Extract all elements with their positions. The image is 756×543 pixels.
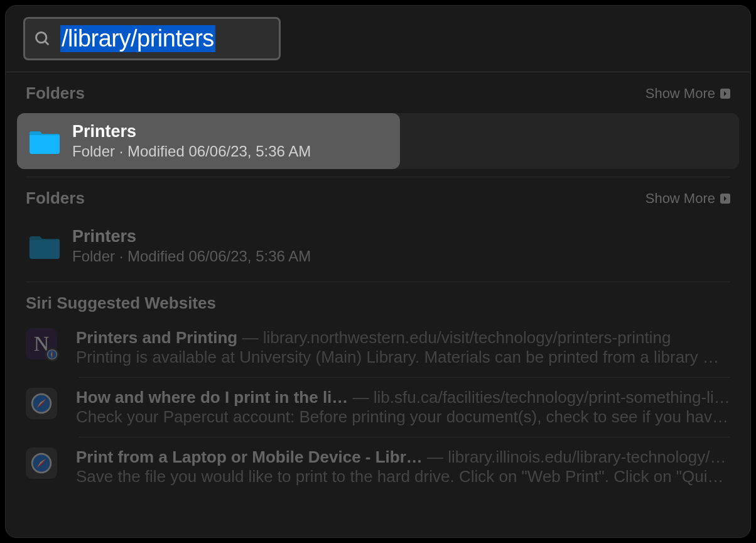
- result-text: Printers Folder · Modified 06/06/23, 5:3…: [72, 122, 311, 160]
- website-text: Printers and Printing — library.northwes…: [76, 328, 730, 367]
- safari-icon: [30, 452, 53, 474]
- spotlight-window: /library/printers Folders Show More Prin…: [5, 5, 751, 538]
- website-favicon: [26, 447, 57, 479]
- section-title: Folders: [26, 189, 85, 208]
- website-result[interactable]: How and where do I print in the li… — li…: [6, 378, 750, 437]
- search-icon: [34, 30, 51, 48]
- result-title: Printers: [72, 122, 311, 141]
- chevron-right-icon: [720, 89, 730, 99]
- result-row-selected[interactable]: Printers Folder · Modified 06/06/23, 5:3…: [17, 113, 739, 169]
- section-header-folders-1: Folders Show More: [6, 72, 750, 108]
- website-title: Print from a Laptop or Mobile Device - L…: [76, 447, 423, 466]
- result-subtitle: Folder · Modified 06/06/23, 5:36 AM: [72, 143, 311, 160]
- section-header-folders-2: Folders Show More: [6, 177, 750, 213]
- website-title: Printers and Printing: [76, 328, 237, 347]
- safari-icon: [30, 392, 53, 415]
- section-header-siri: Siri Suggested Websites: [6, 282, 750, 318]
- show-more-button[interactable]: Show More: [645, 85, 730, 102]
- result-row[interactable]: Printers Folder · Modified 06/06/23, 5:3…: [17, 218, 739, 274]
- show-more-label: Show More: [645, 190, 715, 207]
- result-text: Printers Folder · Modified 06/06/23, 5:3…: [72, 227, 311, 265]
- show-more-label: Show More: [645, 85, 715, 102]
- website-description: Save the file you would like to print to…: [76, 467, 730, 486]
- website-result[interactable]: N Printers and Printing — library.northw…: [6, 318, 750, 377]
- folder-icon: [28, 128, 61, 155]
- svg-point-0: [36, 32, 46, 42]
- show-more-button[interactable]: Show More: [645, 190, 730, 207]
- search-input[interactable]: /library/printers: [23, 17, 281, 60]
- safari-badge-icon: [45, 348, 59, 361]
- section-title: Siri Suggested Websites: [26, 293, 216, 313]
- result-title: Printers: [72, 227, 311, 246]
- website-description: Check your Papercut account: Before prin…: [76, 407, 730, 427]
- website-favicon: N: [26, 328, 57, 359]
- result-subtitle: Folder · Modified 06/06/23, 5:36 AM: [72, 248, 311, 265]
- search-query-text: /library/printers: [60, 25, 215, 52]
- svg-line-1: [45, 41, 49, 45]
- website-result[interactable]: Print from a Laptop or Mobile Device - L…: [6, 437, 750, 496]
- website-favicon: [26, 388, 57, 419]
- section-title: Folders: [26, 84, 85, 103]
- chevron-right-icon: [720, 194, 730, 204]
- search-container: /library/printers: [6, 6, 750, 72]
- folder-icon: [28, 233, 61, 260]
- website-url: library.illinois.edu/library-technology/…: [448, 447, 730, 466]
- website-text: Print from a Laptop or Mobile Device - L…: [76, 447, 730, 486]
- website-url: library.northwestern.edu/visit/technolog…: [263, 328, 671, 347]
- website-title: How and where do I print in the li…: [76, 388, 348, 407]
- website-text: How and where do I print in the li… — li…: [76, 388, 730, 427]
- website-url: lib.sfu.ca/facilities/technology/print-s…: [374, 388, 730, 407]
- website-description: Printing is available at University (Mai…: [76, 348, 730, 367]
